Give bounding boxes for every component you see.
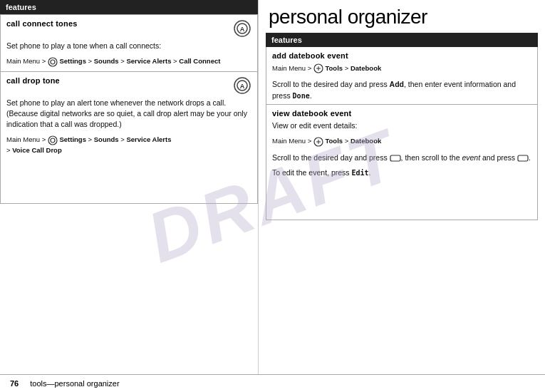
call-drop-title-row: call drop tone A — [1, 72, 257, 96]
svg-rect-16 — [390, 155, 400, 161]
svg-point-3 — [48, 58, 57, 66]
left-features-header: features — [0, 0, 258, 14]
add-datebook-title: add datebook event — [272, 51, 348, 60]
svg-point-4 — [51, 60, 55, 64]
add-datebook-path: Main Menu > Tools > Datebook — [266, 61, 537, 78]
view-datebook-section: view datebook event View or edit event d… — [266, 105, 537, 181]
left-features-table: call connect tones A Set phone to play a… — [0, 14, 258, 204]
call-connect-body: Set phone to play a tone when a call con… — [1, 39, 257, 54]
page-layout: DRAFT features call connect tones A — [0, 0, 545, 392]
svg-rect-17 — [518, 155, 528, 161]
call-connect-icon: A — [233, 19, 251, 38]
call-drop-title: call drop tone — [6, 76, 60, 85]
call-connect-path: Main Menu > Settings > Sounds > Service … — [1, 54, 257, 71]
add-datebook-body: Scroll to the desired day and press Add,… — [266, 78, 537, 104]
svg-text:A: A — [240, 83, 245, 90]
call-drop-path-text: Main Menu > Settings > Sounds > Service … — [6, 135, 171, 153]
page-number: 76 — [10, 379, 19, 388]
call-drop-body: Set phone to play an alert tone whenever… — [1, 96, 257, 133]
call-drop-icon: A — [233, 76, 251, 95]
right-column: personal organizer features add datebook… — [259, 0, 545, 392]
call-connect-title-row: call connect tones A — [1, 15, 257, 39]
view-datebook-title: view datebook event — [272, 109, 351, 118]
left-column: features call connect tones A Set p — [0, 0, 259, 392]
call-drop-path: Main Menu > Settings > Sounds > Service … — [1, 133, 257, 160]
svg-point-8 — [48, 136, 57, 145]
page-footer: 76 tools—personal organizer — [0, 374, 545, 392]
view-datebook-title-row: view datebook event — [266, 105, 537, 119]
view-datebook-body3: To edit the event, press Edit. — [266, 166, 537, 182]
view-datebook-body1: View or edit event details: — [266, 119, 537, 134]
add-datebook-section: add datebook event Main Menu > Tools > D… — [266, 47, 537, 105]
footer-text: tools—personal organizer — [30, 379, 119, 388]
view-datebook-body2: Scroll to the desired day and press , th… — [266, 151, 537, 166]
add-datebook-title-row: add datebook event — [266, 47, 537, 61]
svg-text:A: A — [240, 26, 245, 33]
right-features-table: add datebook event Main Menu > Tools > D… — [266, 47, 538, 220]
call-connect-title: call connect tones — [6, 19, 78, 28]
svg-point-9 — [51, 138, 55, 143]
view-datebook-path: Main Menu > Tools > Datebook — [266, 134, 537, 150]
call-connect-path-text: Main Menu > Settings > Sounds > Service … — [6, 57, 220, 65]
call-connect-tones-section: call connect tones A Set phone to play a… — [1, 15, 257, 72]
page-title: personal organizer — [259, 0, 545, 33]
right-features-header: features — [266, 33, 538, 47]
call-drop-tone-section: call drop tone A Set phone to play an al… — [1, 72, 257, 160]
